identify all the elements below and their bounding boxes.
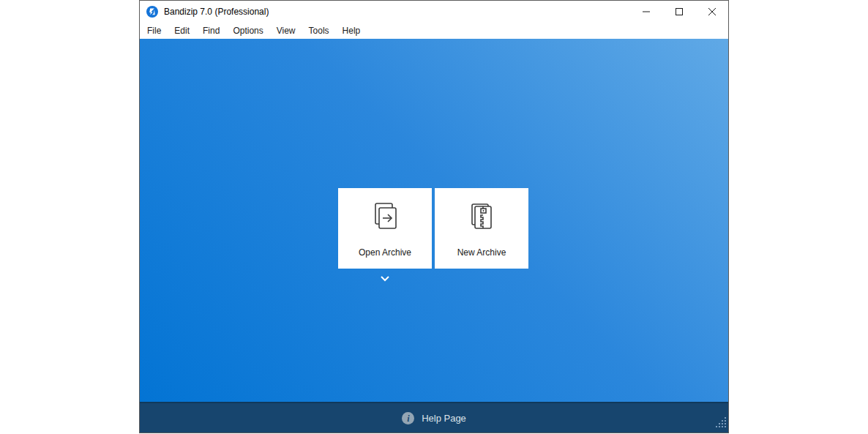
menu-options[interactable]: Options — [226, 23, 269, 39]
caption-buttons — [629, 1, 728, 23]
menu-help[interactable]: Help — [336, 23, 367, 39]
menu-edit[interactable]: Edit — [168, 23, 196, 39]
window-title: Bandizip 7.0 (Professional) — [164, 7, 269, 17]
menu-tools[interactable]: Tools — [302, 23, 336, 39]
close-icon — [708, 8, 716, 15]
new-archive-card[interactable]: New Archive — [435, 188, 528, 269]
action-cards: Open Archive New Archive — [338, 188, 528, 269]
minimize-button[interactable] — [629, 1, 662, 23]
help-page-label: Help Page — [422, 413, 466, 424]
open-archive-label: Open Archive — [359, 247, 411, 258]
open-archive-icon — [368, 201, 402, 237]
help-page-link[interactable]: i Help Page — [402, 412, 466, 424]
new-archive-label: New Archive — [457, 247, 506, 258]
menu-file[interactable]: File — [141, 23, 168, 39]
bandizip-window: Bandizip 7.0 (Professional) File — [139, 0, 729, 433]
statusbar: i Help Page — [140, 402, 728, 433]
resize-grip-icon[interactable] — [716, 417, 726, 430]
menubar: File Edit Find Options View Tools Help — [140, 23, 728, 39]
maximize-button[interactable] — [662, 1, 695, 23]
close-button[interactable] — [695, 1, 728, 23]
chevron-down-icon[interactable] — [379, 273, 391, 282]
main-content-area: Open Archive New Archive — [140, 39, 728, 402]
new-archive-icon — [465, 201, 498, 237]
menu-find[interactable]: Find — [196, 23, 226, 39]
menu-view[interactable]: View — [270, 23, 302, 39]
minimize-icon — [643, 8, 650, 15]
info-icon: i — [402, 412, 414, 424]
bandizip-logo-icon — [146, 6, 158, 18]
maximize-icon — [676, 8, 683, 15]
titlebar: Bandizip 7.0 (Professional) — [140, 1, 728, 23]
open-archive-card[interactable]: Open Archive — [338, 188, 432, 269]
